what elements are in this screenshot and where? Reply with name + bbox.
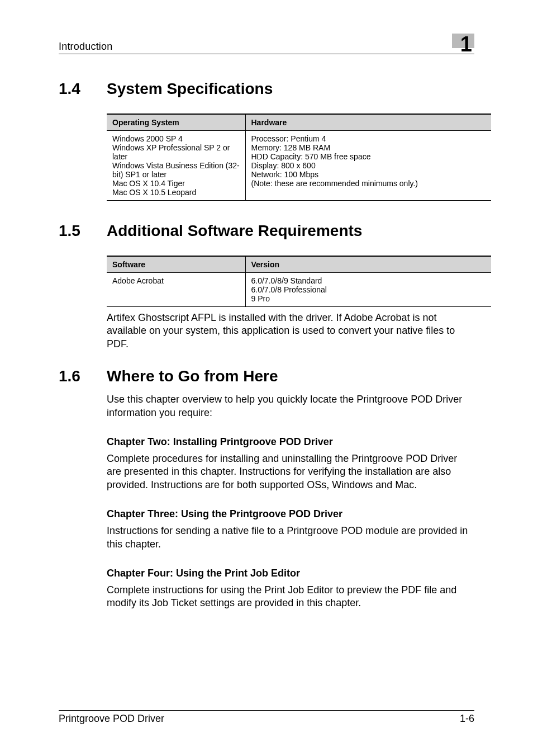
cell-line: Memory: 128 MB RAM [251, 143, 487, 152]
section-1-6: 1.6 Where to Go from Here Use this chapt… [59, 367, 474, 610]
page-footer: Printgroove POD Driver 1-6 [59, 710, 474, 725]
cell-os: Windows 2000 SP 4 Windows XP Professiona… [107, 131, 245, 201]
cell-line: 9 Pro [251, 294, 487, 303]
chapter-badge: 1 [444, 34, 474, 53]
cell-line: Adobe Acrobat [112, 276, 241, 285]
cell-line: Mac OS X 10.5 Leopard [112, 188, 241, 197]
cell-version: 6.0/7.0/8/9 Standard 6.0/7.0/8 Professio… [245, 273, 491, 307]
subsection-title: Chapter Three: Using the Printgroove POD… [107, 508, 474, 520]
section-title: Additional Software Requirements [107, 222, 362, 240]
system-spec-table-wrap: Operating System Hardware Windows 2000 S… [59, 114, 474, 201]
section-heading: 1.6 Where to Go from Here [59, 367, 474, 385]
section-number: 1.6 [59, 367, 107, 385]
footer-right: 1-6 [460, 713, 474, 725]
cell-line: Windows XP Professional SP 2 or later [112, 143, 241, 161]
table-row: Adobe Acrobat 6.0/7.0/8/9 Standard 6.0/7… [107, 273, 491, 307]
subsection-ch2-body: Complete procedures for installing and u… [59, 452, 474, 492]
th-operating-system: Operating System [107, 114, 245, 131]
cell-line: (Note: these are recommended minimums on… [251, 179, 487, 188]
section-heading: 1.5 Additional Software Requirements [59, 222, 474, 240]
subsection-ch4-body: Complete instructions for using the Prin… [59, 584, 474, 610]
cell-line: 6.0/7.0/8 Professional [251, 285, 487, 294]
chapter-number: 1 [460, 32, 472, 56]
section-title: System Specifications [107, 80, 273, 98]
subsection-title: Chapter Two: Installing Printgroove POD … [107, 436, 474, 448]
table-header-row: Operating System Hardware [107, 114, 491, 131]
section-title: Where to Go from Here [107, 367, 278, 385]
section-1-5: 1.5 Additional Software Requirements Sof… [59, 222, 474, 351]
software-table: Software Version Adobe Acrobat 6.0/7.0/8… [107, 256, 491, 307]
subsection-ch3: Chapter Three: Using the Printgroove POD… [59, 508, 474, 520]
cell-line: HDD Capacity: 570 MB free space [251, 152, 487, 161]
section-1-4: 1.4 System Specifications Operating Syst… [59, 80, 474, 201]
cell-hardware: Processor: Pentium 4 Memory: 128 MB RAM … [245, 131, 491, 201]
footer-left: Printgroove POD Driver [59, 713, 164, 725]
th-hardware: Hardware [245, 114, 491, 131]
subsection-ch3-body: Instructions for sending a native file t… [59, 525, 474, 551]
cell-software: Adobe Acrobat [107, 273, 245, 307]
cell-line: Network: 100 Mbps [251, 170, 487, 179]
page: Introduction 1 1.4 System Specifications… [0, 0, 533, 756]
section-1-5-paragraph: Artifex Ghostscript AFPL is installed wi… [59, 311, 474, 351]
cell-line: Windows Vista Business Edition (32-bit) … [112, 161, 241, 179]
th-version: Version [245, 256, 491, 273]
system-spec-table: Operating System Hardware Windows 2000 S… [107, 114, 491, 201]
section-number: 1.4 [59, 80, 107, 98]
cell-line: Windows 2000 SP 4 [112, 134, 241, 143]
section-heading: 1.4 System Specifications [59, 80, 474, 98]
subsection-ch2: Chapter Two: Installing Printgroove POD … [59, 436, 474, 448]
cell-line: Mac OS X 10.4 Tiger [112, 179, 241, 188]
software-table-wrap: Software Version Adobe Acrobat 6.0/7.0/8… [59, 256, 474, 307]
cell-line: Processor: Pentium 4 [251, 134, 487, 143]
page-header: Introduction 1 [59, 34, 474, 54]
subsection-title: Chapter Four: Using the Print Job Editor [107, 568, 474, 579]
cell-line: Display: 800 x 600 [251, 161, 487, 170]
table-header-row: Software Version [107, 256, 491, 273]
section-number: 1.5 [59, 222, 107, 240]
table-row: Windows 2000 SP 4 Windows XP Professiona… [107, 131, 491, 201]
cell-line: 6.0/7.0/8/9 Standard [251, 276, 487, 285]
subsection-ch4: Chapter Four: Using the Print Job Editor [59, 568, 474, 579]
section-1-6-intro: Use this chapter overview to help you qu… [59, 393, 474, 419]
th-software: Software [107, 256, 245, 273]
header-title: Introduction [59, 41, 112, 53]
